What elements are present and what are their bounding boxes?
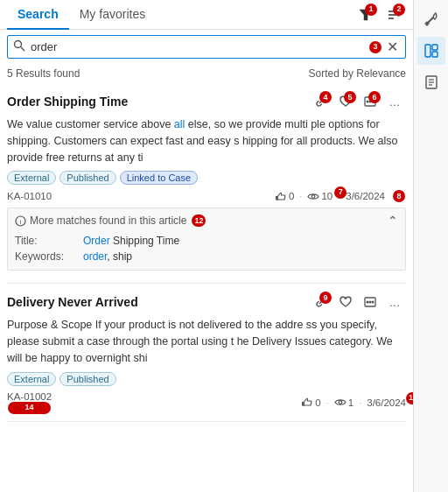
article-2-likes: 0 bbox=[302, 397, 320, 408]
thumbsup-icon-2 bbox=[302, 397, 313, 408]
wrench-icon bbox=[424, 11, 439, 27]
filter-button[interactable]: 1 bbox=[354, 3, 378, 27]
article-2-link-action[interactable]: 9 bbox=[310, 291, 332, 313]
article-2-like-count: 0 bbox=[315, 397, 320, 408]
svg-point-7 bbox=[367, 101, 369, 103]
sep4: · bbox=[359, 397, 361, 408]
svg-point-19 bbox=[339, 401, 342, 404]
article-1-link-action[interactable]: 4 bbox=[310, 90, 332, 113]
filter-badge: 1 bbox=[365, 4, 377, 16]
article-2-meta: KA-01002 14 0 · bbox=[7, 391, 406, 414]
article-1-id: KA-01010 bbox=[7, 191, 52, 201]
article-2-like-action[interactable] bbox=[334, 291, 357, 313]
more-icon-2: … bbox=[389, 296, 401, 309]
more-matches-panel: i More matches found in this article 12 … bbox=[7, 207, 406, 271]
more-matches-header: i More matches found in this article 12 … bbox=[15, 214, 398, 228]
mm-value-title: Order Shipping Time bbox=[83, 235, 179, 247]
tag-published-2: Published bbox=[60, 372, 116, 386]
article-2: Delivery Never Arrived 9 bbox=[7, 284, 406, 421]
dots-icon-2 bbox=[364, 296, 376, 308]
panels-icon bbox=[424, 43, 439, 59]
svg-line-5 bbox=[21, 47, 24, 51]
article-2-tags: External Published bbox=[7, 372, 406, 386]
mm-row-keywords: Keywords: order, ship bbox=[15, 249, 398, 264]
svg-text:i: i bbox=[20, 218, 22, 226]
svg-rect-22 bbox=[425, 45, 430, 57]
svg-point-4 bbox=[15, 41, 22, 48]
sep1: · bbox=[299, 191, 302, 201]
action-7-badge: 7 bbox=[334, 186, 346, 199]
mm-row-title: Title: Order Shipping Time bbox=[15, 233, 398, 249]
sidebar-notes-button[interactable] bbox=[417, 68, 445, 96]
svg-point-16 bbox=[369, 301, 372, 304]
article-2-header: Delivery Never Arrived 9 bbox=[7, 291, 406, 313]
sort-badge: 2 bbox=[393, 4, 405, 16]
tab-search[interactable]: Search bbox=[7, 0, 69, 30]
article-1-like-action[interactable]: 5 bbox=[334, 90, 357, 113]
mm-label-keywords: Keywords: bbox=[15, 250, 76, 263]
article-2-title[interactable]: Delivery Never Arrived bbox=[7, 295, 138, 309]
sidebar-panels-button[interactable] bbox=[417, 37, 445, 65]
more-matches-collapse[interactable]: ⌃ bbox=[388, 214, 398, 228]
article-1-date: 3/6/2024 bbox=[346, 191, 385, 201]
article-2-body: Purpose & Scope If your product is not d… bbox=[7, 317, 406, 366]
svg-point-17 bbox=[372, 301, 374, 304]
sidebar-wrench-button[interactable] bbox=[417, 5, 445, 33]
tag-external: External bbox=[7, 171, 56, 185]
article-1-view-count: 10 bbox=[321, 191, 332, 201]
article-2-actions: 9 bbox=[310, 291, 406, 313]
article-1-likes: 0 bbox=[276, 191, 294, 202]
action-4-badge: 4 bbox=[319, 91, 332, 103]
svg-rect-18 bbox=[303, 403, 304, 406]
search-icon bbox=[13, 39, 25, 54]
search-clear-button[interactable]: ✕ bbox=[385, 40, 400, 54]
more-matches-badge: 12 bbox=[192, 214, 206, 227]
article-1: Order Shipping Time 4 bbox=[7, 83, 406, 284]
sort-label: Sorted by Relevance bbox=[309, 67, 406, 80]
tag-external-2: External bbox=[7, 372, 56, 386]
article-1-stats: 0 · 10 7 · 3/6/2024 8 bbox=[276, 190, 406, 202]
action-8-badge: 8 bbox=[393, 190, 405, 202]
article-1-title[interactable]: Order Shipping Time bbox=[7, 95, 128, 109]
tab-favorites[interactable]: My favorites bbox=[69, 0, 156, 30]
tag-linked-to-case: Linked to Case bbox=[120, 171, 198, 185]
article-2-more-action[interactable]: … bbox=[383, 291, 406, 313]
id-badge-14: 14 bbox=[8, 402, 51, 414]
main-content: Search My favorites 1 2 bbox=[0, 0, 413, 492]
article-2-stats: 0 · 1 · 3/6/2024 13 bbox=[302, 397, 406, 408]
article-1-views: 10 7 bbox=[307, 191, 332, 202]
more-matches-title: i More matches found in this article 12 bbox=[15, 214, 206, 227]
mm-label-title: Title: bbox=[15, 235, 76, 247]
tab-icons: 1 2 bbox=[354, 3, 406, 27]
sort-button[interactable]: 2 bbox=[382, 3, 406, 27]
article-1-like-count: 0 bbox=[289, 191, 294, 201]
article-1-meta: KA-01010 0 · bbox=[7, 190, 406, 202]
action-5-badge: 5 bbox=[344, 91, 356, 103]
search-bar: 3 ✕ bbox=[7, 35, 406, 59]
search-badge: 3 bbox=[369, 41, 382, 53]
id-badge-13: 13 bbox=[406, 392, 413, 404]
heart-icon-2 bbox=[340, 296, 352, 308]
thumbsup-icon bbox=[276, 191, 287, 202]
svg-point-15 bbox=[367, 301, 369, 304]
article-2-view-count: 1 bbox=[348, 397, 354, 408]
results-bar: 5 Results found Sorted by Relevance bbox=[0, 64, 413, 83]
info-icon: i bbox=[15, 215, 26, 227]
eye-icon-2 bbox=[334, 397, 346, 408]
svg-point-11 bbox=[312, 194, 316, 198]
article-2-id: KA-01002 14 bbox=[7, 391, 52, 414]
article-1-header: Order Shipping Time 4 bbox=[7, 90, 406, 113]
article-1-tags: External Published Linked to Case bbox=[7, 171, 406, 185]
tag-published: Published bbox=[60, 171, 116, 185]
articles-list: Order Shipping Time 4 bbox=[0, 83, 413, 492]
article-1-body: We value customer service above all else… bbox=[7, 116, 406, 165]
search-input[interactable] bbox=[31, 40, 369, 53]
article-1-more-action[interactable]: … bbox=[383, 90, 406, 113]
eye-icon bbox=[307, 191, 319, 202]
article-1-share-action[interactable]: 6 bbox=[359, 90, 382, 113]
article-2-date: 3/6/2024 13 bbox=[367, 397, 406, 408]
action-6-badge: 6 bbox=[368, 91, 381, 103]
notes-icon bbox=[424, 74, 439, 90]
article-2-share-action[interactable] bbox=[359, 291, 382, 313]
svg-rect-24 bbox=[432, 52, 438, 57]
